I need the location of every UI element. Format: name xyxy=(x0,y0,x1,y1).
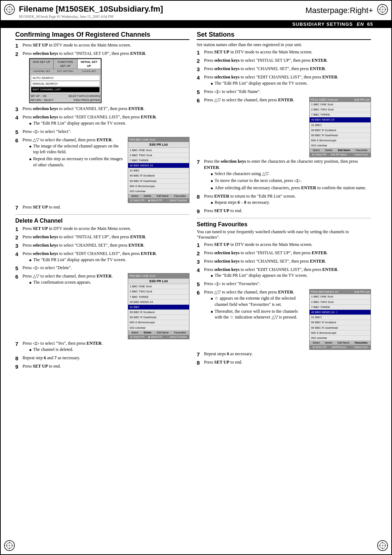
fav-step-7: 7 Repeat steps 6 as necessary. xyxy=(197,351,371,358)
delete-bullet-4-1: ● The "Edit PR List" display appears on … xyxy=(29,257,189,263)
ss-step-5: 5 Press ◁▷ to select "Edit Name". xyxy=(197,89,371,96)
header-left: Filename [M150SEK_10Subsidiary.fm] M150S… xyxy=(19,4,163,19)
ss-bullet-8-1: ● Repeat steps 6 – 8 as necessary. xyxy=(211,199,371,206)
corner-decoration-br xyxy=(376,539,389,552)
confirming-bullet-6-2: ● Repeat this step as necessary to confi… xyxy=(29,156,125,168)
ss-pr-screen: PR10 CBBC channel Edit PR List 1 BBC ONE… xyxy=(309,97,371,157)
page-header: Filename [M150SEK_10Subsidiary.fm] M150S… xyxy=(1,1,391,20)
section-confirming: Confirming Images Of Registered Channels… xyxy=(15,31,189,211)
ss-step-9: 9 Press SET UP to end. xyxy=(197,208,371,215)
fav-step-1: 1 Press SET UP in DTV mode to access the… xyxy=(197,242,371,249)
favourites-steps: 1 Press SET UP in DTV mode to access the… xyxy=(197,242,371,366)
fav-step-2: 2 Press selection keys to select "INITIA… xyxy=(197,250,371,257)
confirming-step-3: 3 Press selection keys to select "CHANNE… xyxy=(15,106,189,113)
ss-bullet-7-3: ● After selecting all the necessary char… xyxy=(211,185,371,191)
delete-step-8: 8 Repeat step 6 and 7 as necessary. xyxy=(15,355,189,362)
left-column: Confirming Images Of Registered Channels… xyxy=(15,31,189,372)
fav-bullet-4-1: ● The "Edit PR List" display appears on … xyxy=(211,272,371,279)
fav-bullet-6-2: ● Thereafter, the cursor will move to th… xyxy=(211,308,306,321)
confirming-bullet-6-1: ● The image of the selected channel appe… xyxy=(29,143,125,155)
ss-step-7: 7 Press the selection keys to enter the … xyxy=(197,158,371,192)
ss-step-3: 3 Press selection keys to select "CHANNE… xyxy=(197,66,371,73)
delete-step-5: 5 Press ◁▷ to select "Delete". xyxy=(15,265,189,272)
confirming-steps: 1 Press SET UP in DTV mode to access the… xyxy=(15,42,189,211)
ss-step-1: 1 Press SET UP in DTV mode to access the… xyxy=(197,49,371,56)
ss-bullet-4-1: ● The "Edit PR List" display appears on … xyxy=(211,80,371,87)
confirming-step-5: 5 Press ◁▷ to select "Select". xyxy=(15,129,189,136)
fav-pr-screen: PR40 BBX/NEWS 24 Edit PR List 1 BBC ONE … xyxy=(309,289,371,349)
fav-bullet-6-1: ● ☆ appears on the extreme right of the … xyxy=(211,295,306,308)
file-meta: M150SEK_00.book Page 65 Wednesday, June … xyxy=(19,15,163,19)
delete-step-3: 3 Press selection keys to select "CHANNE… xyxy=(15,242,189,250)
confirming-step-2: 2 Press selection keys to select "INITIA… xyxy=(15,50,189,105)
section-confirming-title: Confirming Images Of Registered Channels xyxy=(15,31,189,40)
corner-decoration-tl xyxy=(3,3,16,16)
delete-pr-screen: PR9 BBC ONE Scot Edit PR List 1 BBC ONE … xyxy=(128,273,189,339)
page: Filename [M150SEK_10Subsidiary.fm] M150S… xyxy=(0,0,392,555)
right-column: Set Stations Set station names other tha… xyxy=(197,31,371,372)
settings-bar: SUBSIDIARY SETTINGS EN 65 xyxy=(1,20,391,28)
ss-bullet-7-1: ● Select the characters using △▽. xyxy=(211,171,371,177)
confirming-step-6: 6 Press △▽ to select the channel, then p… xyxy=(15,137,189,203)
delete-step-6: 6 Press △▽ to select the channel, then p… xyxy=(15,273,189,339)
delete-step-7: 7 Press ◁▷ to select "Yes", then press E… xyxy=(15,340,189,354)
section-set-stations: Set Stations Set station names other tha… xyxy=(197,31,371,215)
confirming-bullet-4-1: ● The "Edit PR List" display appears on … xyxy=(29,120,189,127)
confirming-step-4: 4 Press selection keys to select "EDIT C… xyxy=(15,114,189,127)
divider-2 xyxy=(197,218,371,218)
fav-step-4: 4 Press selection keys to select "EDIT C… xyxy=(197,267,371,280)
set-stations-title: Set Stations xyxy=(197,31,371,40)
lang-label: EN xyxy=(357,21,364,27)
page-number: 65 xyxy=(367,21,373,27)
ss-step-4: 4 Press selection keys to select "EDIT C… xyxy=(197,74,371,88)
favourites-intro: You can tuned to your frequently watched… xyxy=(197,229,371,240)
favourites-title: Setting Favourites xyxy=(197,221,371,228)
ss-step-2: 2 Press selection keys to select "INITIA… xyxy=(197,57,371,65)
set-stations-steps: 1 Press SET UP in DTV mode to access the… xyxy=(197,49,371,215)
fav-step-5: 5 Press ◁▷ to select "Favourites". xyxy=(197,281,371,288)
delete-step-9: 9 Press SET UP to end. xyxy=(15,363,189,370)
delete-bullet-7-1: ● The channel is deleted. xyxy=(29,347,189,353)
corner-decoration-tr xyxy=(376,3,389,16)
divider-1 xyxy=(15,214,189,215)
fav-step-6: 6 Press △▽ to select the channel, then p… xyxy=(197,289,371,349)
ss-step-6: 6 Press △▽ to select the channel, then p… xyxy=(197,97,371,157)
delete-bullet-6-1: ● The confirmation screen appears. xyxy=(29,279,125,286)
delete-step-1: 1 Press SET UP in DTV mode to access the… xyxy=(15,226,189,233)
masterpage-title: Masterpage:Right+ xyxy=(306,6,373,15)
confirming-step-1: 1 Press SET UP in DTV mode to access the… xyxy=(15,42,189,49)
main-content: Confirming Images Of Registered Channels… xyxy=(1,28,391,374)
section-delete: Delete A Channel 1 Press SET UP in DTV m… xyxy=(15,218,189,370)
filename-title: Filename [M150SEK_10Subsidiary.fm] xyxy=(19,4,163,14)
confirming-pr-screen: PR9 BBC ONE Scot Edit PR List 1 BBC ONE … xyxy=(128,137,189,203)
set-stations-intro: Set station names other than the ones re… xyxy=(197,42,371,48)
fav-step-3: 3 Press selection keys to select "CHANNE… xyxy=(197,258,371,266)
subsidiary-settings-label: SUBSIDIARY SETTINGS xyxy=(292,21,353,27)
confirming-step-7: 7 Press SET UP to end. xyxy=(15,204,189,211)
ss-step-8: 8 Press ENTER to return to the "Edit PR … xyxy=(197,193,371,207)
section-favourites: Setting Favourites You can tuned to your… xyxy=(197,221,371,366)
delete-step-2: 2 Press selection keys to select "INITIA… xyxy=(15,234,189,241)
delete-step-4: 4 Press selection keys to select "EDIT C… xyxy=(15,251,189,264)
corner-decoration-bl xyxy=(3,539,16,552)
delete-steps: 1 Press SET UP in DTV mode to access the… xyxy=(15,226,189,370)
ss-bullet-7-2: ● To move the cursor to the next column,… xyxy=(211,178,371,184)
section-delete-title: Delete A Channel xyxy=(15,218,189,224)
menu-screen-image: DVD SET UP FUNCTION SET UP INITIAL SET U… xyxy=(29,58,102,103)
fav-step-8: 8 Press SET UP to end. xyxy=(197,359,371,366)
